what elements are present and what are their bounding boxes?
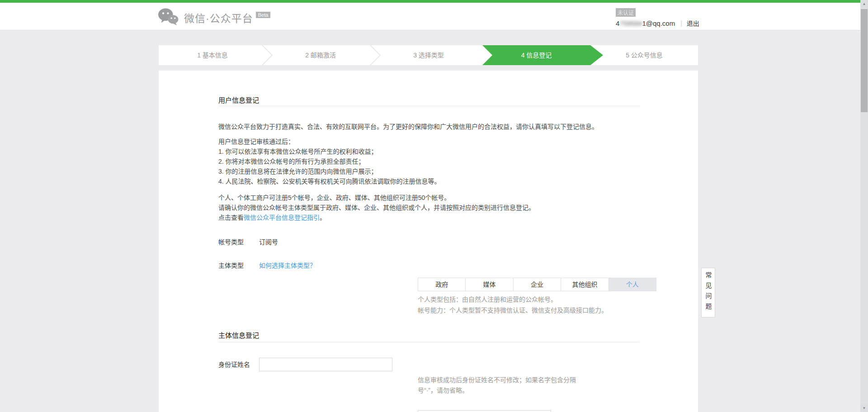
registration-guide-link[interactable]: 微信公众平台信息登记指引	[244, 214, 320, 221]
step-basic-info: 1 基本信息	[197, 45, 228, 65]
id-name-row: 身份证姓名	[218, 358, 392, 371]
wechat-logo-icon	[158, 8, 179, 28]
personal-type-note-2: 帐号能力：个人类型暂不支持微信认证、微信支付及高级接口能力。	[418, 305, 608, 316]
section-title-subject-info: 主体信息登记	[218, 330, 259, 340]
header-account: 未认证 47595841@qq.com | 退出	[616, 8, 698, 28]
how-to-choose-subject-link[interactable]: 如何选择主体类型？	[259, 260, 316, 270]
account-type-value: 订阅号	[259, 237, 278, 246]
scrollbar-thumb[interactable]	[861, 9, 868, 112]
quota-block: 个人、个体工商户可注册5个帐号，企业、政府、媒体、其他组织可注册50个帐号。 请…	[218, 193, 640, 223]
step-info-registration-active: 4 信息登记	[482, 45, 603, 65]
rule-item: 1. 你可以依法享有本微信公众帐号所产生的权利和收益；	[218, 147, 640, 156]
main-panel: 用户信息登记 微信公众平台致力于打造真实、合法、有效的互联网平台。为了更好的保障…	[159, 71, 698, 412]
step-separator-icon	[370, 45, 381, 67]
header: 微信·公众平台 Beta 未认证 47595841@qq.com | 退出	[0, 3, 868, 30]
tab-other-org[interactable]: 其他组织	[561, 278, 609, 291]
tab-government[interactable]: 政府	[418, 278, 466, 291]
vertical-scrollbar[interactable]: ▲ ▼	[860, 0, 868, 412]
brand: 微信·公众平台 Beta	[158, 7, 270, 28]
step-account-info: 5 公众号信息	[626, 45, 663, 65]
section-title-user-info: 用户信息登记	[218, 95, 259, 104]
id-name-label: 身份证姓名	[218, 358, 259, 371]
guide-line: 点击查看微信公众平台信息登记指引。	[218, 213, 640, 223]
brand-title: 微信·公众平台	[184, 10, 253, 25]
tab-enterprise[interactable]: 企业	[514, 278, 561, 291]
personal-type-note-1: 个人类型包括：由自然人注册和运营的公众帐号。	[418, 294, 608, 305]
id-name-input[interactable]	[259, 358, 392, 371]
scroll-up-icon[interactable]: ▲	[860, 0, 868, 8]
intro-paragraph: 微信公众平台致力于打造真实、合法、有效的互联网平台。为了更好的保障你和广大微信用…	[218, 122, 640, 132]
rules-block: 用户信息登记审核通过后： 1. 你可以依法享有本微信公众帐号所产生的权利和收益；…	[218, 137, 640, 186]
tab-personal-selected[interactable]: 个人	[609, 278, 656, 291]
logout-button[interactable]: 退出	[687, 19, 699, 28]
subject-type-tabs: 政府 媒体 企业 其他组织 个人	[418, 278, 656, 291]
id-name-note-line2: 号“·”，请勿省略。	[418, 385, 576, 396]
registration-step-bar: 1 基本信息 2 邮箱激活 3 选择类型 4 信息登记 5 公众号信息	[159, 45, 698, 65]
account-email: 47595841@qq.com	[616, 19, 675, 27]
personal-type-notes: 个人类型包括：由自然人注册和运营的公众帐号。 帐号能力：个人类型暂不支持微信认证…	[418, 294, 608, 316]
step-separator-icon	[262, 45, 273, 67]
account-type-label: 帐号类型	[218, 237, 259, 246]
faq-button[interactable]: 常见问题	[701, 268, 715, 317]
account-type-row: 帐号类型 订阅号	[218, 237, 278, 246]
account-row: 47595841@qq.com | 退出	[616, 19, 698, 28]
subject-type-label: 主体类型	[218, 260, 259, 270]
id-name-note-line1: 信息审核成功后身份证姓名不可修改；如果名字包含分隔	[418, 375, 576, 385]
faq-label: 常见问题	[704, 272, 713, 313]
subject-type-row: 主体类型 如何选择主体类型？	[218, 260, 316, 270]
rule-item: 3. 你的注册信息将在法律允许的范围内向微信用户展示；	[218, 166, 640, 176]
section-divider	[218, 106, 640, 106]
section-divider	[218, 342, 640, 342]
quota-line: 个人、个体工商户可注册5个帐号，企业、政府、媒体、其他组织可注册50个帐号。	[218, 193, 640, 203]
confirm-line: 请确认你的微信公众帐号主体类型属于政府、媒体、企业、其他组织或个人，并请按照对应…	[218, 203, 640, 213]
step-choose-type: 3 选择类型	[413, 45, 444, 65]
status-badge: 未认证	[616, 8, 636, 17]
header-divider: |	[680, 19, 682, 27]
next-field-input[interactable]	[418, 410, 551, 412]
scroll-down-icon[interactable]: ▼	[860, 404, 868, 412]
beta-badge: Beta	[256, 12, 271, 18]
rules-title: 用户信息登记审核通过后：	[218, 137, 640, 147]
step-email-activation: 2 邮箱激活	[305, 45, 336, 65]
id-name-note: 信息审核成功后身份证姓名不可修改；如果名字包含分隔 号“·”，请勿省略。	[418, 375, 576, 396]
rule-item: 2. 你将对本微信公众帐号的所有行为承担全部责任；	[218, 156, 640, 166]
rule-item: 4. 人民法院、检察院、公安机关等有权机关可向腾讯依法调取你的注册信息等。	[218, 176, 640, 186]
email-masked: 759584	[619, 19, 642, 27]
tab-media[interactable]: 媒体	[466, 278, 513, 291]
